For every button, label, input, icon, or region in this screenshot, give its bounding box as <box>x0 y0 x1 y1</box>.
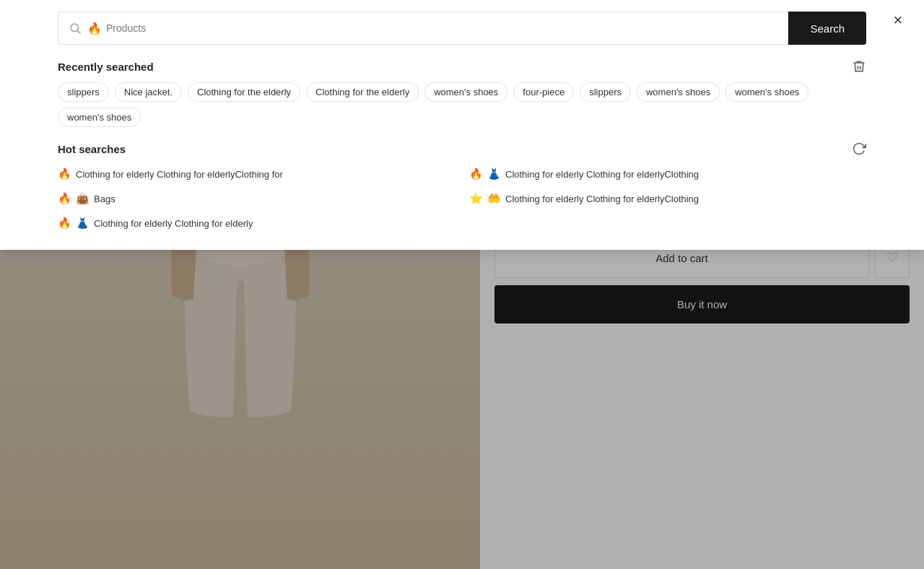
hot-item-text-1: Clothing for elderly Clothing for elderl… <box>505 169 699 180</box>
search-input[interactable] <box>106 22 777 34</box>
recent-tag-4[interactable]: women's shoes <box>424 82 507 102</box>
recently-searched-tags: slippers Nice jacket. Clothing for the e… <box>58 82 866 127</box>
fire-icon: 🔥 <box>87 22 102 35</box>
hot-item-extra-icon-1: 👗 <box>487 168 501 181</box>
search-bar: 🔥 Search <box>58 12 866 45</box>
hot-searches-section: Hot searches 🔥 Clothing for elderly Clot… <box>58 142 866 233</box>
recently-searched-header: Recently searched <box>58 59 866 74</box>
hot-item-text-3: Clothing for elderly Clothing for elderl… <box>505 194 699 204</box>
recent-tag-8[interactable]: women's shoes <box>725 82 808 102</box>
search-button[interactable]: Search <box>788 12 866 45</box>
delete-icon[interactable] <box>852 59 866 74</box>
svg-line-3 <box>77 30 80 33</box>
hot-item-icon-4: 🔥 <box>58 217 71 230</box>
search-modal: × 🔥 Search Recently searched slippers Ni <box>0 0 924 250</box>
hot-searches-grid: 🔥 Clothing for elderly Clothing for elde… <box>58 165 866 233</box>
hot-item-extra-icon-2: 👜 <box>76 192 90 205</box>
search-icon <box>69 22 82 35</box>
hot-item-extra-icon-3: 🤲 <box>487 192 501 205</box>
hot-searches-title: Hot searches <box>58 143 126 155</box>
hot-item-icon-2: 🔥 <box>58 192 71 205</box>
recent-tag-3[interactable]: Clothing for the elderly <box>306 82 419 102</box>
hot-item-0[interactable]: 🔥 Clothing for elderly Clothing for elde… <box>58 165 455 183</box>
hot-item-2[interactable]: 🔥 👜 Bags <box>58 189 455 208</box>
hot-item-icon-0: 🔥 <box>58 168 71 181</box>
hot-item-text-2: Bags <box>94 194 116 204</box>
hot-item-icon-1: 🔥 <box>469 168 483 181</box>
refresh-icon[interactable] <box>852 142 866 156</box>
recent-tag-5[interactable]: four-piece <box>513 82 574 102</box>
search-input-wrap: 🔥 <box>58 12 788 45</box>
recent-tag-1[interactable]: Nice jacket. <box>115 82 182 102</box>
recent-tag-7[interactable]: women's shoes <box>637 82 720 102</box>
close-button[interactable]: × <box>886 9 910 32</box>
hot-item-4[interactable]: 🔥 👗 Clothing for elderly Clothing for el… <box>58 214 455 233</box>
hot-item-text-0: Clothing for elderly Clothing for elderl… <box>76 169 283 180</box>
hot-searches-header: Hot searches <box>58 142 866 156</box>
hot-item-3[interactable]: ⭐ 🤲 Clothing for elderly Clothing for el… <box>469 189 866 208</box>
hot-item-icon-3: ⭐ <box>469 192 483 205</box>
hot-item-extra-icon-4: 👗 <box>76 217 90 230</box>
svg-point-2 <box>71 24 79 32</box>
hot-item-text-4: Clothing for elderly Clothing for elderl… <box>94 218 253 229</box>
recently-searched-title: Recently searched <box>58 61 154 73</box>
recent-tag-0[interactable]: slippers <box>58 82 109 102</box>
recently-searched-section: Recently searched slippers Nice jacket. … <box>58 59 866 127</box>
hot-item-1[interactable]: 🔥 👗 Clothing for elderly Clothing for el… <box>469 165 866 183</box>
recent-tag-9[interactable]: women's shoes <box>58 108 141 127</box>
recent-tag-2[interactable]: Clothing for the elderly <box>188 82 300 102</box>
recent-tag-6[interactable]: slippers <box>580 82 631 102</box>
